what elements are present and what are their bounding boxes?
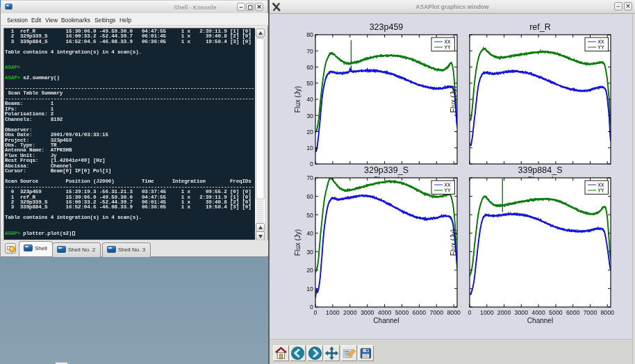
- svg-text:Flux (Jy): Flux (Jy): [450, 229, 457, 256]
- svg-text:2000: 2000: [343, 309, 357, 316]
- svg-text:5000: 5000: [395, 309, 409, 316]
- svg-text:50: 50: [306, 212, 313, 219]
- svg-text:50: 50: [306, 80, 313, 87]
- svg-text:8000: 8000: [447, 309, 461, 316]
- svg-text:7000: 7000: [430, 309, 444, 316]
- svg-text:0: 0: [314, 309, 318, 316]
- svg-text:20: 20: [306, 129, 313, 135]
- svg-text:0: 0: [468, 309, 472, 316]
- svg-text:20: 20: [306, 267, 313, 274]
- svg-text:Channel: Channel: [527, 317, 553, 324]
- svg-text:1000: 1000: [326, 309, 340, 316]
- svg-text:323p459: 323p459: [370, 22, 404, 32]
- svg-text:3000: 3000: [515, 309, 529, 316]
- svg-text:339p884_S: 339p884_S: [518, 165, 563, 175]
- svg-text:329p339_S: 329p339_S: [364, 165, 409, 175]
- svg-text:Flux (Jy): Flux (Jy): [294, 86, 302, 113]
- svg-text:10: 10: [306, 144, 313, 151]
- svg-text:30: 30: [306, 249, 313, 256]
- svg-text:70: 70: [306, 48, 313, 55]
- svg-text:70: 70: [306, 174, 313, 181]
- svg-text:4000: 4000: [531, 309, 545, 316]
- svg-text:30: 30: [306, 113, 313, 119]
- svg-text:40: 40: [306, 96, 313, 103]
- svg-text:6000: 6000: [413, 309, 427, 316]
- svg-text:6000: 6000: [566, 309, 580, 316]
- svg-text:8000: 8000: [600, 309, 614, 316]
- svg-text:2000: 2000: [497, 309, 511, 316]
- svg-text:40: 40: [306, 230, 313, 237]
- svg-text:Flux (Jy): Flux (Jy): [294, 229, 302, 256]
- svg-text:3000: 3000: [361, 309, 374, 316]
- svg-text:0: 0: [310, 304, 313, 311]
- svg-text:10: 10: [306, 286, 313, 292]
- svg-text:Flux (Jy): Flux (Jy): [450, 86, 457, 113]
- svg-text:7000: 7000: [584, 309, 597, 316]
- svg-text:5000: 5000: [549, 309, 563, 316]
- svg-text:Channel: Channel: [373, 317, 399, 324]
- svg-text:60: 60: [306, 193, 313, 200]
- svg-text:0: 0: [310, 160, 313, 167]
- svg-text:ref_R: ref_R: [529, 22, 551, 32]
- svg-text:80: 80: [306, 31, 313, 38]
- svg-text:60: 60: [306, 64, 313, 71]
- svg-text:4000: 4000: [378, 309, 392, 316]
- svg-text:1000: 1000: [480, 309, 494, 316]
